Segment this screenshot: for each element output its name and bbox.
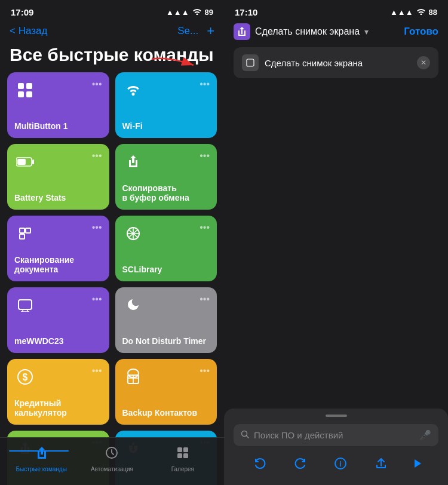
right-battery: 88 — [429, 8, 437, 17]
close-icon: ✕ — [421, 59, 426, 67]
info-button[interactable]: i — [329, 455, 352, 475]
select-button[interactable]: Se... — [177, 25, 198, 37]
action-icon — [242, 54, 259, 71]
shortcut-card-copy[interactable]: ••• Скопироватьв буфер обмена — [115, 144, 217, 210]
svg-rect-2 — [26, 83, 32, 89]
multibutton-menu[interactable]: ••• — [92, 79, 102, 89]
shortcut-card-backup[interactable]: ••• Backup Контактов — [115, 359, 217, 425]
copy-menu[interactable]: ••• — [200, 151, 210, 161]
gallery-tab-icon — [176, 446, 190, 463]
svg-rect-6 — [32, 159, 34, 164]
nav-actions: Se... + — [177, 23, 214, 39]
scan-name: Сканированиедокумента — [14, 255, 102, 274]
bottom-toolbar: i — [234, 455, 438, 475]
redo-button[interactable] — [289, 455, 312, 475]
gallery-tab-label: Галерея — [171, 466, 194, 472]
title-chevron: ▾ — [364, 27, 369, 36]
credit-icon: $ — [14, 366, 36, 388]
battery-menu[interactable]: ••• — [92, 151, 102, 161]
svg-line-34 — [247, 436, 249, 438]
add-shortcut-button[interactable]: + — [207, 23, 214, 39]
shortcut-card-scan[interactable]: ••• Сканированиедокумента — [7, 216, 109, 281]
copy-name: Скопироватьв буфер обмена — [122, 183, 210, 202]
left-time: 17:09 — [11, 7, 33, 17]
tab-bar: Быстрые команды Автоматизация Галерея — [0, 437, 224, 485]
mewwdc-menu[interactable]: ••• — [92, 294, 102, 304]
sclib-name: SCLibrary — [122, 265, 210, 274]
svg-rect-28 — [177, 447, 182, 452]
battery-name: Battery Stats — [14, 193, 102, 202]
tab-gallery[interactable]: Галерея — [148, 446, 218, 477]
scan-shortcut-icon — [14, 223, 36, 244]
back-button[interactable]: < Назад — [10, 25, 47, 37]
search-icon — [241, 430, 249, 440]
shortcut-card-sclib[interactable]: ••• SCLibrary — [115, 216, 217, 281]
play-button[interactable] — [410, 457, 424, 473]
action-text: Сделать снимок экрана — [265, 58, 363, 68]
backup-icon — [122, 366, 144, 388]
shortcut-card-dnd[interactable]: ••• Do Not Disturb Timer — [115, 287, 217, 353]
right-time: 17:10 — [235, 7, 257, 17]
left-status-bar: 17:09 ▲▲▲ 89 — [0, 0, 224, 21]
shortcut-card-mewwdc[interactable]: ••• meWWDC23 — [7, 287, 109, 353]
page-title: Все быстрые команды — [0, 44, 224, 72]
share-button[interactable] — [370, 455, 392, 475]
credit-name: Кредитныйкалькулятор — [14, 398, 102, 418]
dnd-icon — [122, 294, 144, 316]
right-panel: 17:10 ▲▲▲ 88 Сделать снимок экрана ▾ — [224, 0, 448, 485]
right-wifi-icon — [416, 8, 426, 17]
automation-tab-icon — [105, 446, 119, 463]
svg-marker-37 — [415, 459, 421, 468]
automation-tab-label: Автоматизация — [91, 466, 133, 472]
done-button[interactable]: Готово — [404, 26, 438, 38]
mewwdc-icon — [14, 294, 36, 316]
svg-rect-3 — [18, 91, 24, 97]
svg-rect-30 — [177, 453, 182, 458]
shortcut-card-wifi[interactable]: ••• Wi-Fi — [115, 72, 217, 138]
search-placeholder: Поиск ПО и действий — [254, 430, 415, 440]
multibutton-icon — [14, 79, 36, 101]
svg-rect-10 — [20, 234, 24, 239]
signal-icon: ▲▲▲ — [166, 8, 189, 17]
scan-menu[interactable]: ••• — [92, 223, 102, 232]
shortcut-editor-title[interactable]: Сделать снимок экрана ▾ — [234, 23, 369, 40]
right-status-icons: ▲▲▲ 88 — [390, 8, 437, 17]
action-row[interactable]: Сделать снимок экрана ✕ — [234, 47, 438, 78]
shortcut-title-icon — [234, 23, 250, 40]
svg-rect-32 — [247, 59, 254, 66]
action-close-button[interactable]: ✕ — [417, 56, 430, 69]
shortcuts-grid: ••• MultiButton 1 ••• Wi-Fi — [0, 72, 224, 485]
svg-text:$: $ — [23, 372, 28, 382]
backup-name: Backup Контактов — [122, 408, 210, 418]
dnd-menu[interactable]: ••• — [200, 294, 210, 304]
backup-menu[interactable]: ••• — [200, 366, 210, 376]
svg-rect-31 — [183, 453, 188, 458]
shortcut-card-battery[interactable]: ••• Battery Stats — [7, 144, 109, 210]
shortcut-card-multibutton[interactable]: ••• MultiButton 1 — [7, 72, 109, 138]
sclib-menu[interactable]: ••• — [200, 223, 210, 232]
mic-icon: 🎤 — [419, 429, 431, 441]
right-signal-icon: ▲▲▲ — [390, 8, 413, 17]
wifi-menu[interactable]: ••• — [200, 79, 210, 89]
svg-text:i: i — [340, 460, 342, 468]
mewwdc-name: meWWDC23 — [14, 336, 102, 346]
undo-button[interactable] — [248, 455, 271, 475]
tab-active-indicator — [9, 450, 69, 452]
svg-rect-7 — [17, 159, 26, 165]
tab-automation[interactable]: Автоматизация — [76, 446, 147, 477]
left-battery: 89 — [205, 8, 213, 17]
wifi-shortcut-icon — [122, 79, 144, 101]
copy-shortcut-icon — [122, 151, 144, 173]
wifi-icon — [192, 8, 202, 17]
dnd-name: Do Not Disturb Timer — [122, 336, 210, 346]
left-nav-bar: < Назад Se... + — [0, 21, 224, 44]
svg-rect-29 — [183, 447, 188, 452]
battery-shortcut-icon — [14, 151, 36, 173]
shortcuts-tab-label: Быстрые команды — [16, 466, 66, 472]
search-bar[interactable]: Поиск ПО и действий 🎤 — [234, 424, 438, 446]
credit-menu[interactable]: ••• — [92, 366, 102, 376]
shortcut-card-credit[interactable]: $ ••• Кредитныйкалькулятор — [7, 359, 109, 425]
sclib-icon — [122, 223, 144, 244]
action-row-content: Сделать снимок экрана — [242, 54, 363, 71]
shortcuts-tab-icon — [34, 446, 48, 463]
